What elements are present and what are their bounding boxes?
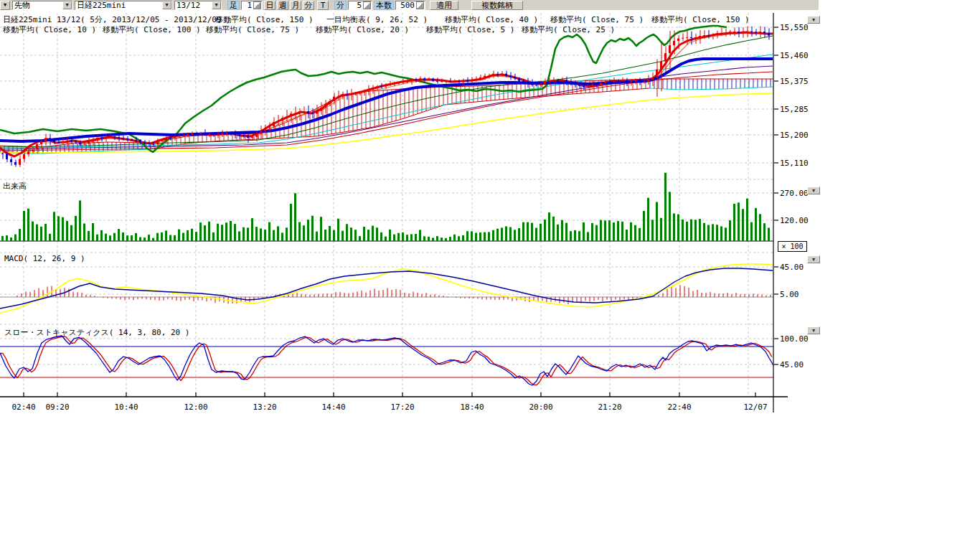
legend-item: 移動平均( Close, 40 ) xyxy=(445,14,538,25)
time-axis-label: 12/07 xyxy=(743,402,767,412)
legend-item: 移動平均( Close, 150 ) xyxy=(651,14,750,25)
legend-item: 移動平均( Close, 25 ) xyxy=(522,24,615,35)
chevron-down-icon: ▼ xyxy=(812,257,815,263)
price-pane-dropdown-button[interactable]: ▼ xyxy=(807,16,820,24)
value-axis-label: 15,375 xyxy=(780,77,809,86)
time-axis-label: 02:40 xyxy=(11,402,35,412)
chevron-down-icon: ▼ xyxy=(812,188,815,194)
value-axis-label: 45.00 xyxy=(780,360,804,369)
stoch-k-line xyxy=(0,336,773,385)
legend-item: 移動平均( Close, 100 ) xyxy=(103,24,201,35)
time-axis-label: 22:40 xyxy=(667,402,691,412)
macd-signal-line xyxy=(0,264,773,313)
volume-bars xyxy=(0,173,773,241)
time-axis-label: 20:00 xyxy=(529,402,552,412)
axes: 02:4009:2010:4012:0013:2014:4017:2018:40… xyxy=(0,13,809,413)
value-axis-label: 120.00 xyxy=(780,216,809,225)
time-axis-label: 18:40 xyxy=(460,402,484,412)
time-axis-label: 10:40 xyxy=(114,402,138,412)
ma40-darkgreen xyxy=(0,36,773,147)
volume-multiplier-box: × 100 xyxy=(778,241,807,252)
legend-item: 日経225mini 13/12( 5分, 2013/12/05 - 2013/1… xyxy=(3,14,231,25)
macd-pane-dropdown-button[interactable]: ▼ xyxy=(807,255,820,263)
value-axis-label: 15,460 xyxy=(780,51,809,60)
cloud-bottom xyxy=(552,88,649,95)
value-axis-label: 15,110 xyxy=(780,159,809,168)
legend-item: 移動平均( Close, 20 ) xyxy=(316,24,409,35)
value-axis-label: 15,285 xyxy=(780,105,809,114)
stoch-pane-dropdown-button[interactable]: ▼ xyxy=(807,326,820,334)
cloud-bottom xyxy=(649,87,773,90)
macd-pane-label: MACD( 12, 26, 9 ) xyxy=(4,254,85,263)
macd-indicator xyxy=(0,264,773,313)
chevron-down-icon: ▼ xyxy=(812,328,815,334)
legend-item: 移動平均( Close, 10 ) xyxy=(3,24,96,35)
legend-item: 移動平均( Close, 75 ) xyxy=(206,24,299,35)
legend-item: 移動平均( Close, 75 ) xyxy=(550,14,644,25)
time-axis-label: 21:20 xyxy=(598,402,621,412)
time-axis-label: 14:40 xyxy=(321,402,345,412)
time-axis-label: 09:20 xyxy=(45,402,69,412)
trading-chart-app: { "toolbar": { "mini_dropdown_icon": "▼"… xyxy=(0,0,980,551)
legend-item: 一目均衡表( 9, 26, 52 ) xyxy=(326,14,428,25)
time-axis-label: 12:00 xyxy=(184,402,207,412)
moving-average-lines xyxy=(0,26,773,156)
time-axis-label: 13:20 xyxy=(253,402,276,412)
stochastics-indicator xyxy=(0,336,773,385)
value-axis-label: 5.00 xyxy=(780,290,799,299)
value-axis-label: 15,550 xyxy=(780,23,809,32)
volume-pane-dropdown-button[interactable]: ▼ xyxy=(807,187,820,194)
value-axis-label: 45.00 xyxy=(780,263,804,272)
volume-pane-label: 出来高 xyxy=(3,181,27,192)
legend-item: 移動平均( Close, 150 ) xyxy=(215,14,314,25)
value-axis-label: 270.00 xyxy=(780,189,809,198)
value-axis-label: 15,200 xyxy=(780,131,809,140)
legend-item: 移動平均( Close, 5 ) xyxy=(426,24,514,35)
chevron-down-icon: ▼ xyxy=(812,17,815,23)
overlay-green xyxy=(0,26,727,152)
time-axis-label: 17:20 xyxy=(390,402,414,412)
value-axis-label: 100.00 xyxy=(780,334,809,344)
chart-canvas: 02:4009:2010:4012:0013:2014:4017:2018:40… xyxy=(0,0,980,551)
stochastics-pane-label: スロー・ストキャスティクス( 14, 3, 80, 20 ) xyxy=(4,327,189,338)
